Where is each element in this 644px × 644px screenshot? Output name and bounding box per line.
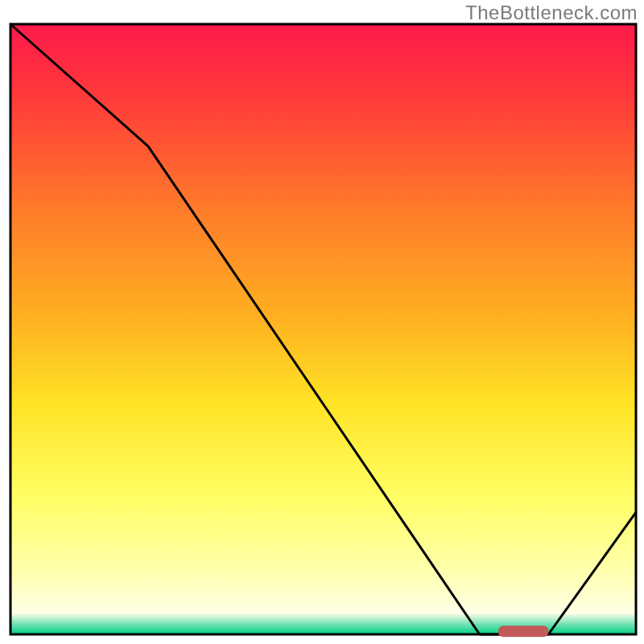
sweet-spot-marker <box>498 625 548 637</box>
plot-background <box>10 24 636 634</box>
chart-frame: TheBottleneck.com <box>0 0 644 644</box>
bottleneck-chart <box>0 0 644 644</box>
